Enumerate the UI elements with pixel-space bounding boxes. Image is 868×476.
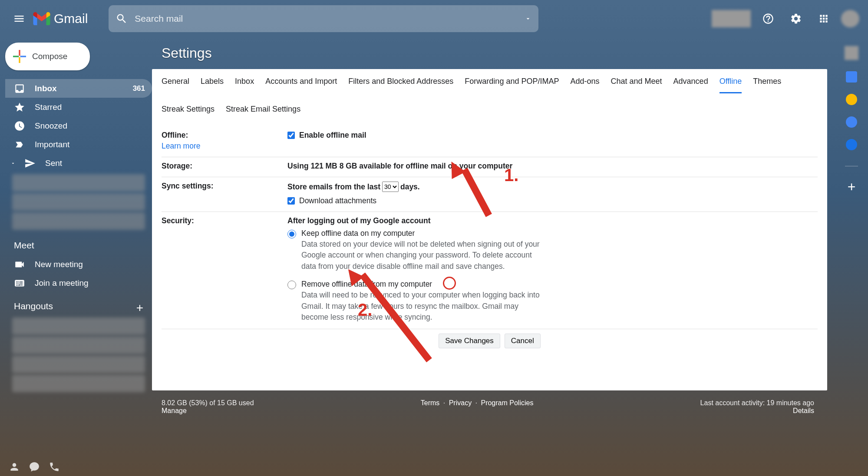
tab-accounts[interactable]: Accounts and Import	[265, 77, 337, 93]
tab-inbox[interactable]: Inbox	[235, 77, 254, 93]
sync-text-before: Store emails from the last	[287, 182, 380, 192]
blurred-label	[12, 193, 145, 211]
account-avatar[interactable]	[841, 10, 859, 27]
sidebar-item-join-meeting[interactable]: Join a meeting	[5, 274, 152, 292]
blurred-contact	[12, 356, 145, 373]
tab-filters[interactable]: Filters and Blocked Addresses	[348, 77, 453, 93]
send-icon	[24, 158, 36, 169]
footer: 8.02 GB (53%) of 15 GB used Manage Terms…	[152, 390, 827, 415]
sidebar-item-snoozed[interactable]: Snoozed	[5, 116, 152, 135]
hangouts-icon[interactable]	[29, 461, 40, 473]
tab-chat[interactable]: Chat and Meet	[611, 77, 662, 93]
support-button[interactable]	[758, 8, 779, 29]
gmail-icon	[33, 12, 50, 25]
footer-manage-link[interactable]: Manage	[162, 407, 187, 414]
storage-text-after: 8 GB available for offline mail on your …	[340, 162, 513, 170]
setting-sync: Sync settings: Store emails from the las…	[162, 177, 818, 212]
cancel-button[interactable]: Cancel	[505, 334, 541, 348]
tab-general[interactable]: General	[162, 77, 189, 93]
annotation-circle	[443, 277, 456, 290]
enable-offline-checkbox[interactable]	[287, 132, 295, 139]
tab-themes[interactable]: Themes	[753, 77, 781, 93]
get-addons-button[interactable]: +	[845, 182, 858, 194]
footer-details-link[interactable]: Details	[793, 407, 814, 414]
blurred-label	[12, 174, 145, 192]
footer-policies[interactable]: Program Policies	[481, 399, 533, 407]
learn-more-link[interactable]: Learn more	[162, 142, 287, 151]
video-icon	[14, 259, 25, 270]
hangouts-section-title: Hangouts +	[5, 292, 152, 316]
main-menu-button[interactable]	[9, 8, 30, 29]
meet-section-title: Meet	[5, 231, 152, 255]
button-row: Save Changes Cancel	[162, 329, 818, 355]
blurred-label	[12, 212, 145, 230]
keep-addon-icon[interactable]	[846, 94, 857, 105]
sync-days-select[interactable]: 30	[382, 182, 399, 192]
help-icon	[762, 13, 774, 25]
search-input[interactable]	[135, 13, 518, 24]
footer-terms[interactable]: Terms	[421, 399, 440, 407]
compose-button[interactable]: Compose	[5, 43, 90, 70]
hamburger-icon	[13, 13, 25, 25]
sidebar-item-inbox[interactable]: Inbox 361	[5, 79, 152, 98]
tab-streak-settings[interactable]: Streak Settings	[162, 105, 215, 120]
keep-offline-radio[interactable]	[287, 230, 296, 238]
search-bar[interactable]	[109, 5, 538, 32]
settings-panel: General Labels Inbox Accounts and Import…	[152, 69, 827, 390]
caret-icon	[10, 158, 16, 169]
blurred-contact	[12, 317, 145, 335]
plus-icon	[13, 50, 26, 63]
important-icon	[14, 139, 25, 150]
apps-icon	[818, 13, 829, 24]
phone-icon[interactable]	[49, 461, 60, 473]
remove-offline-desc: Data will need to be resynced to your co…	[301, 290, 545, 323]
storage-label: Storage:	[162, 162, 287, 171]
keep-offline-title: Keep offline data on my computer	[301, 229, 545, 238]
settings-button[interactable]	[785, 8, 806, 29]
sync-label: Sync settings:	[162, 182, 287, 205]
sidebar-item-label: Sent	[45, 159, 62, 168]
sidebar-item-starred[interactable]: Starred	[5, 98, 152, 116]
tab-forwarding[interactable]: Forwarding and POP/IMAP	[465, 77, 559, 93]
keep-offline-desc: Data stored on your device will not be d…	[301, 239, 545, 272]
keyboard-icon	[14, 278, 25, 289]
side-panel: +	[835, 37, 868, 476]
apps-button[interactable]	[813, 8, 834, 29]
search-icon	[116, 13, 128, 25]
sidebar-item-sent[interactable]: Sent	[5, 154, 152, 172]
footer-storage: 8.02 GB (53%) of 15 GB used	[162, 399, 254, 407]
footer-privacy[interactable]: Privacy	[449, 399, 472, 407]
contacts-addon-icon[interactable]	[846, 139, 857, 150]
person-icon[interactable]	[9, 461, 20, 473]
search-options-icon[interactable]	[525, 15, 531, 22]
remove-offline-title: Remove offline data from my computer	[301, 280, 545, 289]
app-name: Gmail	[54, 11, 88, 26]
save-button[interactable]: Save Changes	[439, 334, 500, 348]
gmail-logo[interactable]: Gmail	[33, 11, 88, 26]
left-sidebar: Compose Inbox 361 Starred Snoozed Import…	[0, 37, 152, 476]
tab-labels[interactable]: Labels	[201, 77, 224, 93]
annotation-1: 1.	[504, 165, 518, 185]
remove-offline-radio[interactable]	[287, 281, 296, 289]
header-actions	[712, 8, 859, 29]
addon-blurred[interactable]	[845, 46, 858, 60]
sidebar-item-label: Join a meeting	[35, 278, 89, 288]
inbox-icon	[14, 83, 25, 94]
sidebar-item-new-meeting[interactable]: New meeting	[5, 255, 152, 274]
tab-advanced[interactable]: Advanced	[673, 77, 708, 93]
setting-security: Security: After logging out of my Google…	[162, 212, 818, 329]
compose-label: Compose	[32, 52, 67, 61]
annotation-2: 2.	[358, 300, 372, 320]
tab-addons[interactable]: Add-ons	[570, 77, 599, 93]
tab-streak-email[interactable]: Streak Email Settings	[226, 105, 300, 120]
sync-text-after: days.	[400, 182, 420, 192]
app-header: Gmail	[0, 0, 868, 37]
hangouts-add-button[interactable]: +	[136, 301, 143, 315]
tasks-addon-icon[interactable]	[846, 116, 857, 128]
settings-tabs: General Labels Inbox Accounts and Import…	[152, 69, 827, 120]
tab-offline[interactable]: Offline	[719, 77, 742, 93]
download-attachments-checkbox[interactable]	[287, 197, 295, 205]
sidebar-item-important[interactable]: Important	[5, 135, 152, 154]
calendar-addon-icon[interactable]	[846, 71, 857, 83]
page-title: Settings	[152, 37, 827, 69]
